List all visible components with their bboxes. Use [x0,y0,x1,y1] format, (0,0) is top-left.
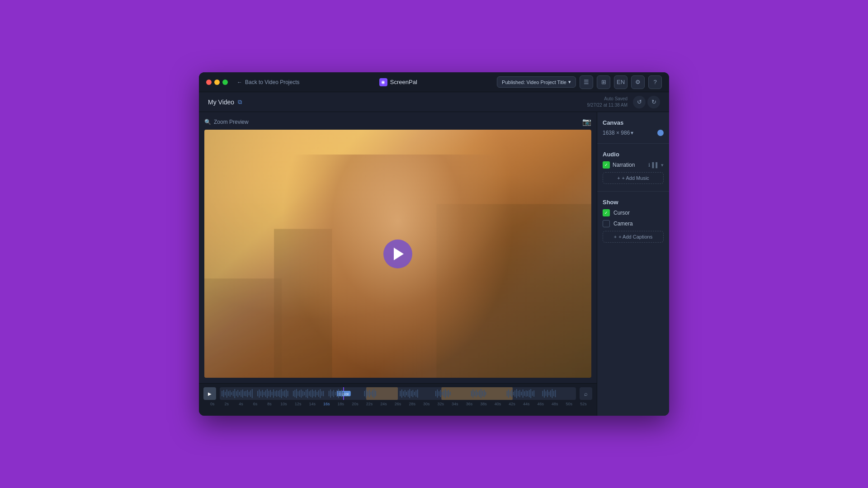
svg-rect-59 [318,390,319,397]
svg-rect-40 [284,390,285,397]
timeline-play-button[interactable]: ▶ [203,387,216,400]
add-music-button[interactable]: + + Add Music [603,172,664,184]
svg-rect-113 [479,390,480,397]
svg-rect-137 [544,389,545,398]
video-frame[interactable] [204,130,591,378]
timecode-50: 50s [562,402,576,406]
svg-rect-92 [409,389,410,398]
timecode-22: 22s [362,402,377,406]
svg-rect-93 [411,391,412,396]
canvas-size-row: 1638 × 986 ▾ [603,130,664,136]
camera-label: Camera [613,221,633,227]
minimize-button[interactable] [214,80,220,85]
timecode-48: 48s [548,402,562,406]
close-button[interactable] [206,80,212,85]
svg-rect-127 [521,392,522,395]
svg-rect-118 [507,391,508,396]
svg-rect-51 [306,390,307,397]
svg-rect-28 [265,390,266,397]
svg-rect-20 [249,392,250,395]
play-button[interactable] [383,239,412,268]
timeline-search-button[interactable]: ⌕ [580,387,592,400]
timecodes: 0s 2s 4s 6s 8s 10s 12s 14s 16s 18s 20s 2… [203,402,592,406]
list-icon-button[interactable]: ☰ [580,75,593,89]
timecode-8: 8s [262,402,277,406]
svg-rect-57 [315,390,316,397]
publish-button[interactable]: Published: Video Project Title ▾ [497,76,576,88]
svg-rect-85 [375,391,376,396]
svg-rect-115 [482,391,483,396]
svg-rect-43 [293,391,294,396]
svg-rect-10 [233,391,234,396]
svg-rect-77 [343,392,344,395]
svg-rect-23 [257,391,258,396]
svg-rect-15 [241,390,241,397]
svg-rect-74 [338,389,339,398]
language-label: EN [617,79,625,85]
screenshot-button[interactable]: 📷 [582,117,591,126]
search-icon: 🔍 [204,119,211,125]
svg-rect-7 [228,391,229,396]
external-link-icon[interactable]: ⧉ [238,99,242,106]
svg-rect-95 [414,392,415,395]
svg-rect-49 [302,391,303,396]
svg-rect-119 [508,389,509,398]
svg-rect-34 [275,391,276,396]
svg-rect-70 [332,391,333,396]
grid-icon-button[interactable]: ⊞ [597,75,610,89]
grid-icon: ⊞ [601,79,606,85]
svg-rect-105 [447,391,448,396]
timeline-area: ▶ [199,383,597,416]
svg-rect-55 [312,389,313,398]
auto-saved-date: 9/27/22 at 11:38 AM [587,102,627,108]
screenpal-logo: ◉ [379,78,387,86]
maximize-button[interactable] [222,80,228,85]
search-icon: ⌕ [584,390,588,397]
svg-rect-126 [519,390,520,397]
add-captions-button[interactable]: + + Add Captions [603,231,664,243]
svg-rect-116 [484,390,485,397]
preview-toolbar: 🔍 Zoom Preview 📷 [204,117,591,126]
timecode-36: 36s [462,402,476,406]
info-icon: ℹ [648,162,650,168]
camera-checkbox[interactable] [603,220,610,227]
canvas-section: Canvas 1638 × 986 ▾ [603,119,664,136]
svg-rect-30 [269,391,269,396]
svg-rect-21 [250,390,251,397]
video-title-area: My Video ⧉ [208,99,242,106]
svg-rect-133 [530,389,531,398]
right-panel: Canvas 1638 × 986 ▾ Audio ✓ Narration [597,112,669,416]
svg-rect-99 [437,389,438,398]
svg-rect-111 [476,390,476,397]
back-button[interactable]: ← Back to Video Projects [237,79,300,85]
svg-rect-103 [443,390,444,397]
svg-rect-19 [247,390,248,397]
question-icon: ? [653,79,656,85]
app-title-area: ◉ ScreenPal [305,78,492,86]
timeline-track[interactable]: 0:16:00 [220,387,576,400]
settings-button[interactable]: ⚙ [631,75,645,89]
svg-rect-31 [270,390,271,397]
center-panel: 🔍 Zoom Preview 📷 [199,112,597,416]
svg-rect-100 [439,391,439,396]
svg-rect-9 [231,392,232,395]
svg-rect-22 [252,389,253,398]
waveform-svg: 0:16:00 [220,387,576,400]
svg-rect-143 [553,391,554,396]
show-section: Show ✓ Cursor Camera + + Add Captions [603,199,664,243]
svg-rect-18 [245,391,246,396]
language-button[interactable]: EN [614,75,627,89]
svg-rect-54 [311,390,311,397]
svg-rect-50 [304,392,305,395]
svg-rect-33 [273,389,274,398]
cursor-checkbox[interactable]: ✓ [603,209,610,216]
svg-rect-124 [516,389,517,398]
narration-checkbox[interactable]: ✓ [603,161,610,169]
undo-button[interactable]: ↺ [633,96,646,108]
svg-rect-72 [335,392,336,395]
svg-rect-140 [549,392,550,395]
redo-button[interactable]: ↻ [647,96,660,108]
svg-rect-37 [279,390,280,397]
timecode-44: 44s [519,402,533,406]
help-button[interactable]: ? [648,75,662,89]
